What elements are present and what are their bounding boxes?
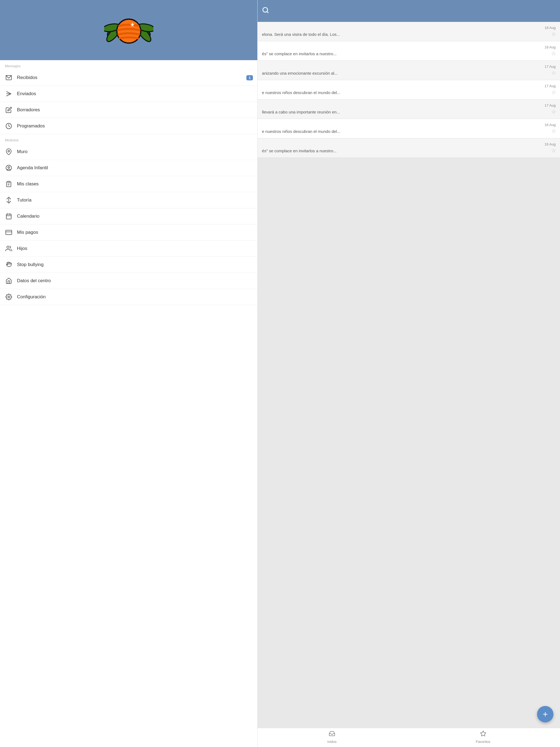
sidebar-item-stop-bullying[interactable]: Stop bullying (0, 257, 257, 273)
sidebar-item-borradores[interactable]: Borradores (0, 102, 257, 118)
clipboard-icon (5, 180, 12, 188)
star-tab-icon (480, 730, 486, 739)
message-item[interactable]: 16 Aug és" se complace en invitarlos a n… (258, 138, 560, 158)
mis-pagos-label: Mis pagos (17, 230, 38, 235)
tab-favoritos[interactable]: Favoritos (476, 730, 490, 744)
message-preview: llevará a cabo una importante reunión en… (262, 109, 556, 115)
settings-icon (5, 293, 12, 301)
search-icon[interactable] (262, 6, 269, 15)
sidebar-item-calendario[interactable]: Calendario (0, 208, 257, 225)
borradores-label: Borradores (17, 107, 40, 113)
message-item[interactable]: 17 Aug llevará a cabo una importante reu… (258, 100, 560, 119)
sidebar-item-mis-pagos[interactable]: Mis pagos (0, 225, 257, 241)
star-icon[interactable]: ☆ (551, 31, 556, 37)
users-icon (5, 245, 12, 252)
map-pin-icon (5, 148, 12, 156)
programados-label: Programados (17, 123, 45, 129)
section-messages-label: Mensajes (0, 60, 257, 70)
inbox-tab-icon (329, 730, 335, 739)
hand-icon (5, 261, 12, 268)
muro-label: Muro (17, 149, 28, 154)
svg-point-28 (8, 296, 9, 298)
main-header (258, 0, 560, 22)
calendario-label: Calendario (17, 213, 40, 219)
star-icon[interactable]: ☆ (551, 89, 556, 96)
tab-recibidos-label: ívidos (327, 740, 337, 744)
app-logo (104, 11, 153, 50)
message-item[interactable]: 18 Aug elona. Será una visira de todo el… (258, 22, 560, 41)
recibidos-badge: 1 (246, 75, 253, 80)
star-icon[interactable]: ☆ (551, 50, 556, 57)
sidebar-item-muro[interactable]: Muro (0, 144, 257, 160)
bottom-tab-bar: ívidos Favoritos (258, 728, 560, 747)
enviados-label: Enviados (17, 91, 36, 97)
recibidos-label: Recibidos (17, 75, 37, 80)
message-preview: e nuestros niños descubran el mundo del.… (262, 90, 556, 96)
message-date: 17 Aug (262, 103, 556, 107)
message-preview: e nuestros niños descubran el mundo del.… (262, 129, 556, 134)
logo-area (0, 0, 257, 60)
calendar-icon (5, 212, 12, 220)
hijos-label: Hijos (17, 246, 27, 251)
tab-recibidos[interactable]: ívidos (327, 730, 337, 744)
svg-rect-21 (6, 214, 11, 219)
tutoria-label: Tutoría (17, 198, 31, 203)
star-icon[interactable]: ☆ (551, 70, 556, 76)
message-date: 17 Aug (262, 65, 556, 69)
svg-point-27 (7, 246, 9, 248)
sidebar-item-tutoria[interactable]: Tutoría (0, 192, 257, 208)
svg-point-16 (8, 166, 9, 168)
home-icon (5, 277, 12, 285)
arrows-icon (5, 196, 12, 204)
star-icon[interactable]: ☆ (551, 108, 556, 115)
sidebar-item-agenda-infantil[interactable]: Agenda Infantil (0, 160, 257, 176)
main-panel: 18 Aug elona. Será una visira de todo el… (258, 0, 560, 747)
mis-clases-label: Mis clases (17, 181, 39, 187)
sidebar-item-enviados[interactable]: Enviados (0, 86, 257, 102)
message-date: 16 Aug (262, 123, 556, 127)
sidebar-item-programados[interactable]: Programados (0, 118, 257, 134)
message-item[interactable]: 17 Aug anizando una emocionante excursió… (258, 61, 560, 80)
svg-marker-31 (480, 731, 486, 736)
user-circle-icon (5, 164, 12, 172)
messages-list: 18 Aug elona. Será una visira de todo el… (258, 22, 560, 728)
message-item[interactable]: 18 Aug és" se complace en invitarlos a n… (258, 41, 560, 61)
edit-icon (5, 106, 12, 114)
svg-point-14 (8, 150, 9, 152)
sidebar-item-hijos[interactable]: Hijos (0, 241, 257, 257)
mail-icon (5, 74, 12, 81)
stop-bullying-label: Stop bullying (17, 262, 44, 267)
agenda-infantil-label: Agenda Infantil (17, 165, 48, 171)
section-modules-label: Módulos (0, 134, 257, 144)
credit-card-icon (5, 229, 12, 236)
message-preview: anizando una emocionante excursión al... (262, 70, 556, 76)
sidebar-item-recibidos[interactable]: Recibidos 1 (0, 70, 257, 86)
star-icon[interactable]: ☆ (551, 128, 556, 134)
sidebar-item-mis-clases[interactable]: Mis clases (0, 176, 257, 192)
star-icon[interactable]: ☆ (551, 147, 556, 154)
configuracion-label: Configuración (17, 294, 46, 300)
datos-centro-label: Datos del centro (17, 278, 51, 284)
message-date: 18 Aug (262, 26, 556, 30)
sidebar: Mensajes Recibidos 1 Enviados Borradores… (0, 0, 258, 747)
svg-rect-25 (6, 230, 12, 235)
message-item[interactable]: 17 Aug e nuestros niños descubran el mun… (258, 80, 560, 100)
send-icon (5, 90, 12, 98)
message-date: 16 Aug (262, 142, 556, 146)
svg-line-30 (267, 11, 268, 13)
sidebar-item-configuracion[interactable]: Configuración (0, 289, 257, 305)
clock-icon (5, 122, 12, 130)
svg-rect-17 (8, 181, 10, 182)
message-date: 18 Aug (262, 45, 556, 49)
compose-fab[interactable]: + (537, 706, 554, 722)
message-item[interactable]: 16 Aug e nuestros niños descubran el mun… (258, 119, 560, 138)
message-preview: elona. Será una visira de todo el día. L… (262, 31, 556, 37)
message-date: 17 Aug (262, 84, 556, 88)
svg-point-9 (117, 19, 141, 43)
sidebar-item-datos-centro[interactable]: Datos del centro (0, 273, 257, 289)
message-preview: és" se complace en invitarlos a nuestro.… (262, 148, 556, 154)
tab-favoritos-label: Favoritos (476, 740, 490, 744)
message-preview: és" se complace en invitarlos a nuestro.… (262, 51, 556, 57)
